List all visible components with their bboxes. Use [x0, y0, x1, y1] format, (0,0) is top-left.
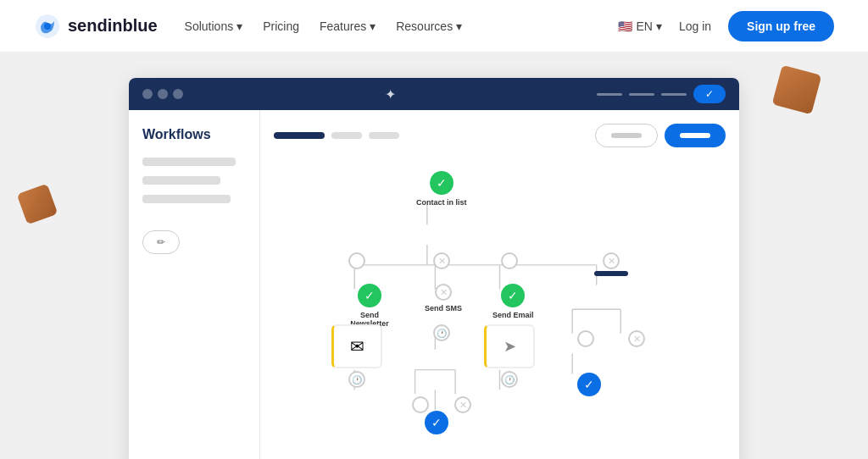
newsletter-card-icon: ✉ [331, 324, 382, 368]
node-clock-email[interactable]: 🕐 [501, 371, 518, 388]
4th-col-check-icon: ✓ [577, 373, 601, 396]
toolbar-left [274, 132, 399, 139]
main-panel: ✓ Contact in list ✕ ✕ [260, 110, 739, 459]
deco-box-top-right [772, 65, 822, 115]
navbar-right: 🇺🇸 EN ▾ Log in Sign up free [618, 11, 834, 41]
send-sms-label: Send SMS [425, 304, 462, 312]
titlebar-line-3 [661, 93, 687, 96]
chevron-down-icon: ▾ [456, 19, 462, 33]
node-4th-col-right[interactable]: ✕ [628, 330, 645, 347]
tab-active[interactable] [274, 132, 325, 139]
node-contact-in-list[interactable]: ✓ Contact in list [416, 171, 467, 207]
toolbar-action-line [680, 133, 710, 138]
workflow-canvas: ✓ Contact in list ✕ ✕ [274, 161, 726, 459]
node-branch-mid-no[interactable]: ✕ [433, 252, 450, 269]
nav-resources[interactable]: Resources ▾ [396, 19, 462, 33]
titlebar-line-2 [629, 93, 654, 96]
sidebar: Workflows ✏ [129, 110, 260, 459]
email-card-icon: ➤ [484, 324, 535, 368]
logo-text: sendinblue [68, 16, 158, 36]
node-send-newsletter[interactable]: ✓ Send Newsletter [340, 284, 399, 328]
nav-links: Solutions ▾ Pricing Features ▾ Resources… [185, 19, 463, 33]
window-controls [142, 89, 183, 99]
sms-card-icon: 🕐 [433, 324, 450, 341]
toolbar [274, 124, 726, 147]
branch-yes-icon [348, 252, 365, 269]
node-send-email[interactable]: ✓ Send Email [492, 284, 534, 319]
node-branch-far-no[interactable]: ✕ [603, 252, 620, 269]
window-dot-2 [158, 89, 168, 99]
node-branch-left-yes[interactable] [348, 252, 365, 269]
chevron-down-icon: ▾ [656, 19, 662, 33]
app-body: Workflows ✏ [129, 110, 739, 459]
titlebar: ✦ ✓ [129, 78, 739, 110]
send-email-icon: ✓ [501, 284, 525, 307]
toolbar-right [595, 124, 726, 147]
send-email-label: Send Email [492, 311, 534, 319]
toolbar-action-button[interactable] [665, 124, 726, 147]
sidebar-title: Workflows [142, 127, 246, 142]
tab-inactive-1[interactable] [331, 132, 362, 139]
titlebar-center: ✦ [190, 86, 590, 102]
sidebar-item-2[interactable] [142, 176, 220, 185]
titlebar-logo-icon: ✦ [385, 86, 396, 102]
titlebar-line-1 [597, 93, 622, 96]
navbar-left: sendinblue Solutions ▾ Pricing Features … [34, 13, 462, 40]
deco-box-mid-left [17, 184, 58, 225]
send-newsletter-card[interactable]: ✉ [331, 324, 382, 368]
node-4th-col-check[interactable]: ✓ [577, 373, 601, 396]
sms-split-right-icon: ✕ [454, 396, 471, 413]
send-email-card[interactable]: ➤ [484, 324, 535, 368]
titlebar-right: ✓ [597, 85, 726, 103]
contact-in-list-label: Contact in list [416, 198, 467, 207]
chevron-down-icon: ▾ [236, 19, 242, 33]
sidebar-item-3[interactable] [142, 195, 231, 203]
titlebar-confirm-button[interactable]: ✓ [693, 85, 726, 103]
clock-email-icon: 🕐 [501, 371, 518, 388]
4th-col-left-icon [577, 330, 594, 347]
nav-solutions[interactable]: Solutions ▾ [185, 19, 243, 33]
app-window: ✦ ✓ Workflows ✏ [129, 78, 739, 459]
node-send-sms[interactable]: ✕ Send SMS [425, 284, 462, 312]
check-icon: ✓ [705, 88, 714, 100]
node-branch-right-yes[interactable] [501, 252, 518, 269]
toolbar-filter-line [611, 133, 642, 138]
node-4th-col-left[interactable] [577, 330, 594, 347]
logo[interactable]: sendinblue [34, 13, 158, 40]
clock-newsletter-icon: 🕐 [348, 371, 365, 388]
node-sms-check[interactable]: ✓ [425, 411, 448, 434]
language-selector[interactable]: 🇺🇸 EN ▾ [618, 19, 661, 33]
4th-col-bar [594, 271, 628, 276]
window-dot-3 [173, 89, 183, 99]
chevron-down-icon: ▾ [370, 19, 376, 33]
contact-in-list-icon: ✓ [430, 171, 453, 195]
send-sms-card[interactable]: 🕐 [433, 324, 450, 341]
navbar: sendinblue Solutions ▾ Pricing Features … [0, 0, 868, 53]
node-4th-col[interactable] [594, 271, 628, 276]
window-dot-1 [142, 89, 153, 99]
branch-far-no-icon: ✕ [603, 252, 620, 269]
sidebar-edit-button[interactable]: ✏ [142, 230, 180, 254]
sidebar-item-1[interactable] [142, 158, 236, 166]
login-link[interactable]: Log in [679, 19, 711, 33]
toolbar-filter-button[interactable] [595, 124, 658, 147]
svg-point-1 [44, 23, 51, 30]
sendinblue-logo-icon [34, 13, 61, 40]
send-newsletter-icon: ✓ [358, 284, 381, 307]
4th-col-right-icon: ✕ [628, 330, 645, 347]
branch-right-yes-icon [501, 252, 518, 269]
nav-pricing[interactable]: Pricing [263, 19, 299, 33]
signup-button[interactable]: Sign up free [728, 11, 834, 41]
edit-icon: ✏ [157, 236, 165, 248]
nav-features[interactable]: Features ▾ [320, 19, 376, 33]
flag-icon: 🇺🇸 [618, 19, 632, 33]
sms-check-icon: ✓ [425, 411, 448, 434]
node-sms-split-right[interactable]: ✕ [454, 396, 471, 413]
send-sms-icon: ✕ [435, 284, 452, 301]
main-content: ✦ ✓ Workflows ✏ [0, 53, 868, 459]
branch-no-icon: ✕ [433, 252, 450, 269]
node-clock-newsletter[interactable]: 🕐 [348, 371, 365, 388]
tab-inactive-2[interactable] [369, 132, 399, 139]
